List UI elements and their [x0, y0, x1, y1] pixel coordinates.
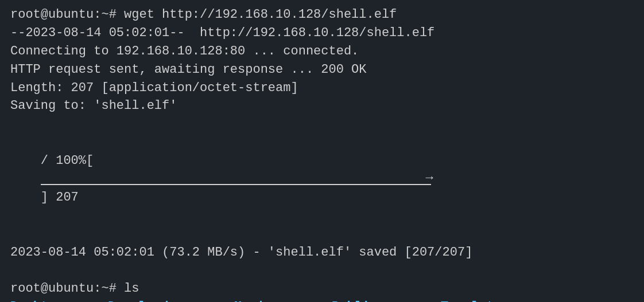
line-wget-url: --2023-08-14 05:02:01-- http://192.168.1… — [10, 24, 634, 42]
line-http-request: HTTP request sent, awaiting response ...… — [10, 61, 634, 79]
line-length: Length: 207 [application/octet-stream] — [10, 79, 634, 97]
ls-output: Desktop Downloads Music Public Templates… — [10, 298, 634, 302]
progress-bar: → — [41, 172, 431, 185]
ls-public: Public — [332, 298, 441, 302]
ls-templates: Templates — [441, 298, 544, 302]
line-blank1 — [10, 115, 634, 134]
line-progress: / 100%[ → ] 207 — [10, 134, 634, 225]
line-ls-cmd: root@ubuntu:~# ls — [10, 280, 634, 298]
line-wget-cmd: root@ubuntu:~# wget http://192.168.10.12… — [10, 6, 634, 24]
line-blank3 — [10, 261, 634, 280]
ls-music: Music — [234, 298, 332, 302]
line-saving: Saving to: 'shell.elf' — [10, 97, 634, 115]
ls-downloads: Downloads — [108, 298, 234, 302]
line-saved: 2023-08-14 05:02:01 (73.2 MB/s) - 'shell… — [10, 244, 634, 262]
terminal: root@ubuntu:~# wget http://192.168.10.12… — [10, 6, 634, 296]
line-connecting: Connecting to 192.168.10.128:80 ... conn… — [10, 42, 634, 61]
ls-desktop: Desktop — [10, 298, 108, 302]
progress-prefix: / 100%[ — [41, 154, 94, 168]
line-blank2 — [10, 225, 634, 244]
